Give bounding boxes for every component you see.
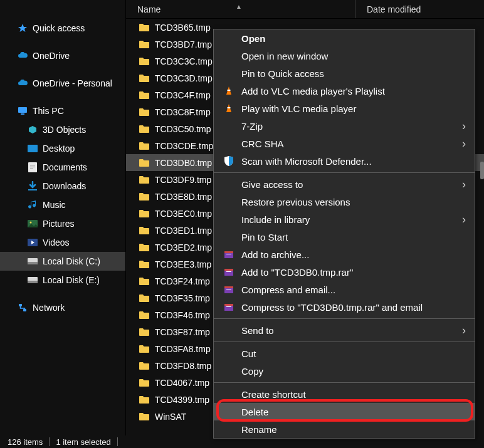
nav-quick-access[interactable]: Quick access bbox=[0, 19, 125, 38]
nav-label: Desktop bbox=[43, 143, 75, 154]
ctx-rename[interactable]: Rename bbox=[214, 420, 475, 438]
folder-icon bbox=[139, 293, 150, 304]
ctx-label: CRC SHA bbox=[241, 138, 462, 149]
nav-downloads[interactable]: Downloads bbox=[0, 177, 125, 195]
ctx-label: Delete bbox=[241, 407, 466, 417]
ctx-open-new-window[interactable]: Open in new window bbox=[214, 47, 475, 65]
context-menu: Open Open in new window Pin to Quick acc… bbox=[213, 29, 475, 439]
star-icon bbox=[18, 23, 28, 33]
videos-icon bbox=[28, 237, 38, 247]
svg-rect-26 bbox=[224, 251, 233, 253]
column-header-name[interactable]: Name ▲ bbox=[126, 4, 355, 14]
ctx-label: Play with VLC media player bbox=[241, 103, 466, 114]
ctx-give-access[interactable]: Give access to› bbox=[214, 175, 475, 193]
ctx-include-library[interactable]: Include in library› bbox=[214, 211, 475, 228]
ctx-crc-sha[interactable]: CRC SHA› bbox=[214, 135, 475, 152]
ctx-vlc-add-playlist[interactable]: Add to VLC media player's Playlist bbox=[214, 82, 475, 100]
folder-icon bbox=[139, 326, 150, 338]
nav-3d-objects[interactable]: 3D Objects bbox=[0, 120, 125, 139]
nav-network[interactable]: Network bbox=[0, 298, 125, 317]
nav-label: Pictures bbox=[43, 219, 75, 229]
ctx-pin-start[interactable]: Pin to Start bbox=[214, 228, 475, 246]
ctx-copy[interactable]: Copy bbox=[214, 362, 475, 380]
scrollbar-thumb[interactable] bbox=[480, 162, 484, 179]
svg-marker-3 bbox=[29, 126, 36, 133]
nav-label: Videos bbox=[43, 237, 70, 247]
ctx-compress-email[interactable]: Compress and email... bbox=[214, 281, 475, 298]
nav-label: 3D Objects bbox=[43, 125, 86, 135]
folder-icon bbox=[139, 411, 150, 422]
winrar-icon bbox=[223, 301, 235, 313]
ctx-restore-previous[interactable]: Restore previous versions bbox=[214, 193, 475, 211]
nav-music[interactable]: Music bbox=[0, 195, 125, 214]
folder-icon bbox=[139, 56, 150, 67]
ctx-label: Pin to Start bbox=[241, 232, 466, 242]
nav-local-disk-c[interactable]: Local Disk (C:) bbox=[0, 252, 125, 271]
menu-separator bbox=[214, 172, 475, 173]
menu-separator bbox=[214, 341, 475, 342]
nav-onedrive-personal[interactable]: OneDrive - Personal bbox=[0, 74, 125, 93]
winrar-icon bbox=[223, 266, 235, 278]
drive-icon bbox=[28, 256, 38, 266]
ctx-7zip[interactable]: 7-Zip› bbox=[214, 117, 475, 135]
submenu-arrow-icon: › bbox=[462, 325, 466, 336]
ctx-label: Pin to Quick access bbox=[241, 68, 466, 79]
folder-icon bbox=[139, 360, 150, 372]
nav-videos[interactable]: Videos bbox=[0, 233, 125, 252]
svg-rect-29 bbox=[224, 269, 233, 271]
nav-documents[interactable]: Documents bbox=[0, 158, 125, 177]
nav-desktop[interactable]: Desktop bbox=[0, 139, 125, 158]
download-icon bbox=[28, 181, 38, 191]
submenu-arrow-icon: › bbox=[462, 138, 466, 149]
drive-icon bbox=[28, 275, 38, 285]
status-selected-count: 1 item selected bbox=[56, 437, 110, 447]
ctx-open[interactable]: Open bbox=[214, 29, 475, 47]
winrar-icon bbox=[223, 283, 235, 296]
nav-label: Quick access bbox=[33, 23, 85, 33]
column-header-date[interactable]: Date modified bbox=[355, 0, 421, 18]
ctx-add-archive[interactable]: Add to archive... bbox=[214, 246, 475, 263]
nav-label: Local Disk (E:) bbox=[43, 275, 100, 285]
statusbar-separator bbox=[49, 437, 50, 446]
cube-icon bbox=[28, 125, 38, 135]
ctx-compress-named-email[interactable]: Compress to "TCD3DB0.tmp.rar" and email bbox=[214, 298, 475, 316]
ctx-add-named-rar[interactable]: Add to "TCD3DB0.tmp.rar" bbox=[214, 263, 475, 281]
nav-label: Music bbox=[43, 200, 66, 210]
ctx-label: Add to archive... bbox=[241, 249, 466, 260]
ctx-create-shortcut[interactable]: Create shortcut bbox=[214, 385, 475, 403]
vlc-icon bbox=[223, 85, 235, 97]
column-header-row: Name ▲ Date modified bbox=[126, 0, 484, 19]
svg-rect-6 bbox=[30, 165, 35, 165]
folder-icon bbox=[139, 276, 150, 287]
nav-pictures[interactable]: Pictures bbox=[0, 214, 125, 233]
cloud-icon bbox=[18, 51, 28, 61]
folder-icon bbox=[139, 225, 150, 236]
document-icon bbox=[28, 162, 38, 172]
svg-rect-30 bbox=[226, 271, 231, 272]
folder-icon bbox=[139, 22, 150, 33]
svg-rect-27 bbox=[226, 254, 231, 254]
folder-icon bbox=[139, 242, 150, 253]
vlc-icon bbox=[223, 102, 235, 115]
status-item-count: 126 items bbox=[8, 437, 43, 447]
ctx-defender-scan[interactable]: Scan with Microsoft Defender... bbox=[214, 152, 475, 170]
ctx-send-to[interactable]: Send to› bbox=[214, 321, 475, 339]
folder-icon bbox=[139, 208, 150, 219]
nav-label: Local Disk (C:) bbox=[43, 256, 100, 266]
nav-local-disk-e[interactable]: Local Disk (E:) bbox=[0, 271, 125, 289]
nav-onedrive[interactable]: OneDrive bbox=[0, 46, 125, 65]
ctx-cut[interactable]: Cut bbox=[214, 345, 475, 362]
folder-icon bbox=[139, 140, 150, 152]
svg-point-11 bbox=[30, 222, 32, 224]
ctx-label: Send to bbox=[241, 325, 462, 336]
ctx-delete[interactable]: Delete bbox=[214, 403, 475, 420]
folder-icon bbox=[139, 157, 150, 169]
folder-icon bbox=[139, 394, 150, 405]
desktop-icon bbox=[28, 143, 38, 154]
ctx-pin-quick-access[interactable]: Pin to Quick access bbox=[214, 65, 475, 82]
ctx-vlc-play[interactable]: Play with VLC media player bbox=[214, 100, 475, 117]
svg-rect-22 bbox=[228, 90, 231, 91]
folder-icon bbox=[139, 73, 150, 84]
ctx-label: Scan with Microsoft Defender... bbox=[241, 156, 466, 167]
nav-this-pc[interactable]: This PC bbox=[0, 102, 125, 120]
